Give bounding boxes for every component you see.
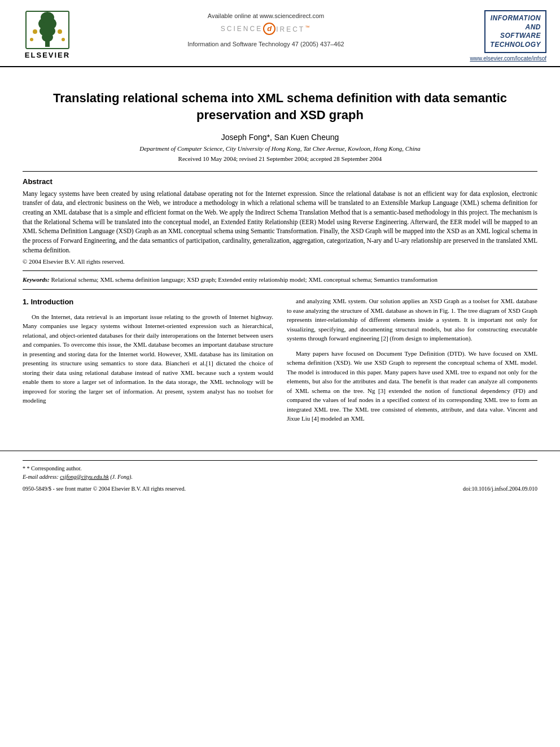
footnote-email: E-mail address: csjfong@cityu.edu.hk (J.… <box>23 473 537 481</box>
svg-point-6 <box>33 29 37 34</box>
footer-divider <box>23 460 537 461</box>
sciencedirect-direct: IRECT™ <box>276 25 311 33</box>
sciencedirect-logo: SCIENCE d IRECT™ <box>221 23 311 35</box>
abstract-label: Abstract <box>23 177 537 186</box>
keywords-values: Relational schema; XML schema definition… <box>51 276 438 283</box>
journal-title-line4: TECHNOLOGY <box>490 41 541 50</box>
keywords-section: Keywords: Relational schema; XML schema … <box>23 276 537 285</box>
elsevier-label: ELSEVIER <box>25 51 70 59</box>
email-name: (J. Fong). <box>110 474 133 480</box>
svg-point-7 <box>58 29 62 34</box>
header: ELSEVIER Available online at www.science… <box>0 0 560 67</box>
header-center: Available online at www.sciencedirect.co… <box>81 10 450 47</box>
svg-point-8 <box>30 38 33 41</box>
col-right-para1-text: and analyzing XML system. Our solution a… <box>287 296 537 343</box>
email-address: csjfong@cityu.edu.hk <box>60 474 108 480</box>
footnote-email-text: E-mail address: csjfong@cityu.edu.hk (J.… <box>23 474 133 480</box>
journal-title-line1: INFORMATION <box>490 14 541 23</box>
article-content: Translating relational schema into XML s… <box>0 67 560 440</box>
col-left-para1: On the Internet, data retrieval is an im… <box>23 312 273 405</box>
elsevier-logo-area: ELSEVIER <box>14 10 81 59</box>
keywords-text: Keywords: Relational schema; XML schema … <box>23 276 537 285</box>
article-title: Translating relational schema into XML s… <box>23 90 537 123</box>
journal-title-line3: SOFTWARE <box>490 32 541 41</box>
footnote-star: * * Corresponding author. <box>23 464 537 473</box>
keywords-label: Keywords: <box>23 276 50 283</box>
abstract-text: Many legacy systems have been created by… <box>23 189 537 255</box>
divider-bot <box>23 289 537 290</box>
sciencedirect-science: SCIENCE <box>221 25 262 33</box>
authors: Joseph Fong*, San Kuen Cheung <box>23 133 537 142</box>
available-online-text: Available online at www.sciencedirect.co… <box>208 12 324 19</box>
column-right: and analyzing XML system. Our solution a… <box>287 296 537 429</box>
footnote-star-symbol: * <box>23 465 27 471</box>
elsevier-tree-icon <box>25 10 70 50</box>
affiliation: Department of Computer Science, City Uni… <box>23 145 537 152</box>
footer-issn: 0950-5849/$ - see front matter © 2004 El… <box>23 486 186 492</box>
divider-top <box>23 171 537 172</box>
col-right-para2: Many papers have focused on Document Typ… <box>287 349 537 423</box>
footer-bottom: 0950-5849/$ - see front matter © 2004 El… <box>23 486 537 492</box>
footer-doi: doi:10.1016/j.infsof.2004.09.010 <box>463 486 537 492</box>
svg-point-9 <box>62 38 65 41</box>
svg-point-4 <box>41 12 54 23</box>
page: ELSEVIER Available online at www.science… <box>0 0 560 747</box>
journal-title-line2: AND <box>490 23 541 32</box>
journal-title-box: INFORMATION AND SOFTWARE TECHNOLOGY <box>484 10 546 53</box>
journal-info-text: Information and Software Technology 47 (… <box>187 41 344 47</box>
footer: * * Corresponding author. E-mail address… <box>0 451 560 494</box>
dates: Received 10 May 2004; revised 21 Septemb… <box>23 155 537 162</box>
sciencedirect-d-icon: d <box>263 23 275 35</box>
col-right-para2-text: Many papers have focused on Document Typ… <box>287 349 537 423</box>
elsevier-logo: ELSEVIER <box>14 10 81 59</box>
copyright: © 2004 Elsevier B.V. All rights reserved… <box>23 258 537 265</box>
divider-mid <box>23 270 537 271</box>
footnote-corresponding: * Corresponding author. <box>27 465 82 471</box>
column-left: 1. Introduction On the Internet, data re… <box>23 296 273 429</box>
col-left-para1-text: On the Internet, data retrieval is an im… <box>23 312 273 405</box>
header-right: INFORMATION AND SOFTWARE TECHNOLOGY www.… <box>450 10 546 62</box>
section1-heading: 1. Introduction <box>23 296 273 308</box>
two-column-body: 1. Introduction On the Internet, data re… <box>23 296 537 429</box>
abstract-section: Abstract Many legacy systems have been c… <box>23 177 537 265</box>
email-label: E-mail address: <box>23 474 60 480</box>
journal-link[interactable]: www.elsevier.com/locate/infsof <box>470 55 546 62</box>
svg-rect-0 <box>45 41 50 47</box>
col-right-para1: and analyzing XML system. Our solution a… <box>287 296 537 343</box>
